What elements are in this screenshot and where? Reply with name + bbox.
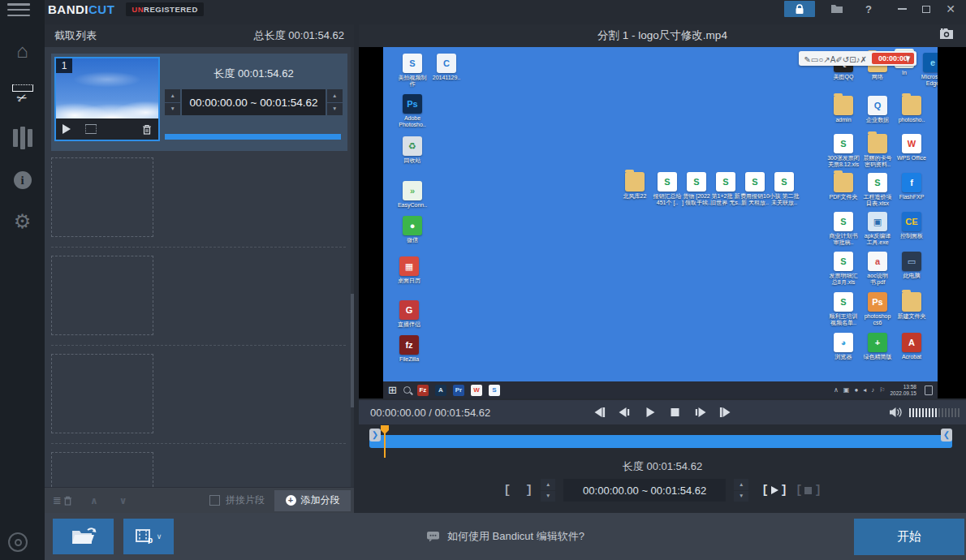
start-down-button[interactable]: ▼ [165,103,180,116]
set-start-button[interactable]: [ [503,484,511,498]
end-up-button[interactable]: ▲ [327,89,343,102]
tray-icon: ∧ [834,386,839,394]
step-forward-button[interactable] [691,403,710,421]
bandicut-window: ⌂ ✂ ⚙ BANDICUT UNREGISTERED ? ✕ 截取列表 总长度… [0,0,966,560]
set-end-button[interactable]: ] [525,484,533,498]
playhead-marker[interactable] [380,425,390,458]
stop-segment-icon [804,487,812,494]
draw-tool-icon: ▭ [811,55,818,64]
draw-tool-icon: ↺ [843,55,849,64]
volume-meter[interactable] [909,408,960,417]
open-file-titlebar-button[interactable] [825,1,849,17]
draw-tool-icon: ✗ [860,55,867,64]
segment-end-stepper: ▲ ▼ [734,479,748,502]
desktop-icon: ▭ 此电脑 [894,252,929,279]
snapshot-button[interactable] [939,28,955,40]
close-button[interactable]: ✕ [938,1,963,17]
segment-end-handle[interactable]: ❮ [941,429,952,442]
thumbnail-image: 1 [56,58,158,118]
desktop-icon: PDF文件夹 [826,173,861,200]
clip-play-icon[interactable] [63,124,71,134]
clip-item-selected[interactable]: 1 长度 00:01:54.62 ▲ ▼ [51,54,347,151]
start-up-button[interactable]: ▲ [165,89,180,102]
speaker-icon[interactable] [889,407,903,418]
unregistered-badge: UNREGISTERED [126,2,204,16]
current-time-label: 00:00:00.00 / 00:01:54.62 [370,407,490,419]
output-preset-button[interactable]: p ∨ [123,519,174,554]
step-back-button[interactable] [615,403,635,421]
desktop-icon: W WPS Office [894,134,929,162]
app-logo: BANDICUT [48,2,114,16]
help-button[interactable]: ? [859,1,878,17]
join-segments-checkbox[interactable]: 拼接片段 [209,493,265,507]
video-viewport[interactable]: S 美拍视频制 作 C 20141129.. Ps Adobe Photosho… [359,47,966,398]
add-segment-button[interactable]: + 添加分段 [274,490,351,511]
stop-button[interactable] [666,403,685,421]
draw-tool-icon: ⊡ [849,55,856,64]
preview-panel: 分割 1 - logo尺寸修改.mp4 S 美拍视频制 作 C 20141129… [359,18,966,513]
start-button[interactable]: 开始 [854,519,964,555]
clip-film-icon[interactable] [85,124,97,134]
clip-thumbnail[interactable]: 1 [54,57,160,141]
sidebar-item-home[interactable]: ⌂ [0,33,45,69]
clip-list: 1 长度 00:01:54.62 ▲ ▼ [45,47,354,487]
seek-track[interactable] [369,435,952,448]
register-button[interactable] [784,1,815,17]
sidebar-item-cut[interactable]: ✂ [0,77,45,113]
sidebar-item-info[interactable] [0,162,45,198]
go-end-button[interactable] [716,403,735,421]
desktop-icon: + 绿色精简版 [860,333,895,360]
desktop-icon: e Microsoft Edge [915,53,938,87]
open-file-button[interactable] [53,519,114,554]
end-down-button[interactable]: ▼ [327,103,343,116]
desktop-icon: ● 微信 [395,216,430,243]
clip-end-stepper: ▲ ▼ [327,89,343,115]
maximize-icon [922,6,930,13]
recording-toolbar: ✎▭○↗A✐↺⊡♪✗ 00:00:00 [799,51,916,66]
clear-list-button[interactable]: ≣ [53,495,72,506]
desktop-icon: f FlashFXP [894,173,929,200]
seg-end-up[interactable]: ▲ [734,479,748,490]
stop-segment-button[interactable]: [] [796,484,822,497]
desktop-icon: ▣ apk反编译 工具.exe [860,212,895,246]
desktop-icon: a aoc说明 书.pdf [860,252,895,286]
sidebar-item-settings[interactable]: ⚙ [0,204,45,239]
seek-bar[interactable]: ❯ ❮ [369,429,952,456]
record-icon [15,539,22,546]
desktop-icon: S 小孩 第二批 未关联放.. [766,172,802,206]
sidebar-item-join[interactable] [0,120,45,156]
maximize-button[interactable] [914,1,938,17]
folder-open-icon [70,526,97,547]
camera-icon [939,28,955,40]
record-button[interactable] [8,532,28,552]
clip-list-scrollbar[interactable] [351,47,354,487]
menu-icon[interactable] [7,3,30,16]
segment-time-range[interactable]: 00:00:00.00 ~ 00:01:54.62 [563,479,726,502]
play-button[interactable] [640,403,660,421]
move-up-button[interactable]: ∧ [90,495,98,506]
join-icon [13,127,32,149]
minimize-button[interactable] [890,1,914,17]
clip-length-label: 长度 00:01:54.62 [165,67,343,81]
recording-timer: 00:00:00 [872,53,914,64]
move-down-button[interactable]: ∨ [119,495,127,506]
desktop-icon: S 商业计划书 审批稿.. [826,212,861,246]
help-link[interactable]: 如何使用 Bandicut 编辑软件? [447,529,584,544]
folder-icon [830,4,843,14]
go-start-button[interactable] [590,403,610,421]
desktop-icon: ▦ 桌面日历 [391,256,427,284]
clip-time-range[interactable]: 00:00:00.00 ~ 00:01:54.62 [182,89,325,115]
segment-length-label: 长度 00:01:54.62 [359,459,966,474]
play-segment-button[interactable]: [] [761,484,787,497]
seg-end-down[interactable]: ▼ [734,491,748,502]
tray-icon: ▣ [843,386,850,394]
clip-list-header: 截取列表 总长度 00:01:54.62 [45,24,354,47]
segment-start-handle[interactable]: ❯ [369,429,381,442]
clip-delete-icon[interactable] [142,124,152,135]
taskbar-search-icon [403,386,411,394]
desktop-icon: Q 企业数据 [860,96,895,123]
desktop-icon: C 20141129.. [429,54,464,81]
seg-start-up[interactable]: ▲ [541,479,555,490]
segment-controls: [ ] ▲ ▼ 00:00:00.00 ~ 00:01:54.62 ▲ ▼ []… [359,477,966,503]
seg-start-down[interactable]: ▼ [541,491,555,502]
